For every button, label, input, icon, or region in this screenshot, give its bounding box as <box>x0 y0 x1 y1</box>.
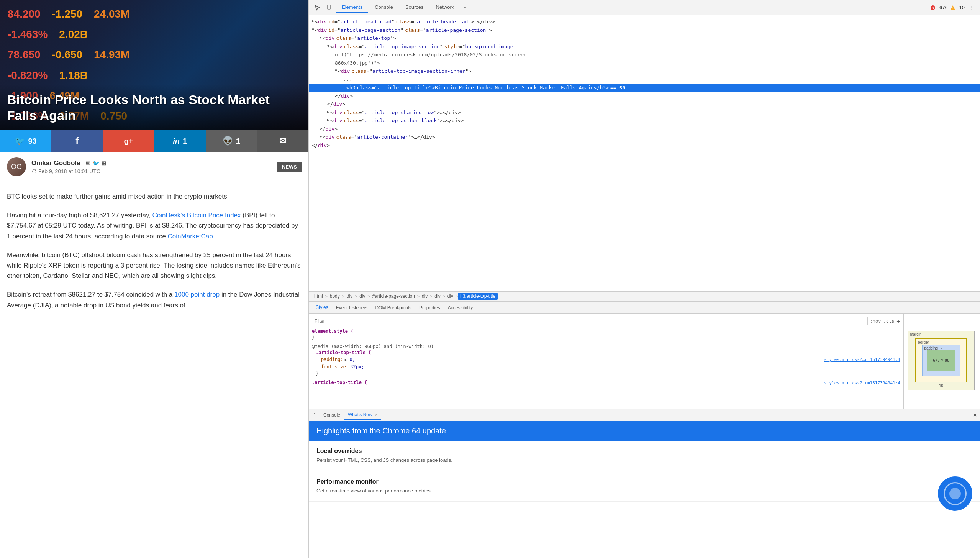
local-overrides-desc: Persist your HTML, CSS, and JS changes a… <box>316 456 972 464</box>
warning-badge: ! 10 <box>950 5 965 11</box>
tab-styles[interactable]: Styles <box>312 303 332 312</box>
expand-arrow-icon[interactable]: ▶ <box>327 109 329 115</box>
tab-event-listeners[interactable]: Event Listeners <box>332 304 372 312</box>
error-count: 676 <box>939 5 948 10</box>
styles-panel: Styles Event Listeners DOM Breakpoints P… <box>309 301 980 409</box>
tree-node[interactable]: ▶ <div class="article-container" >…</div… <box>309 133 980 141</box>
stock-val: -0.820% <box>8 69 48 82</box>
tree-node[interactable]: ▼ <div class="article-top-image-section-… <box>309 67 980 75</box>
tree-node[interactable]: ▶ <div id="article-header-ad" class="art… <box>309 18 980 26</box>
close-bottom-panel-button[interactable]: × <box>973 411 977 419</box>
expand-arrow-icon[interactable]: ▼ <box>327 43 329 49</box>
googleplus-share-button[interactable]: g+ <box>103 130 154 152</box>
performance-monitor-title: Performance monitor <box>316 478 972 485</box>
tree-node[interactable]: ▶ <div class="article-top-sharing-row" >… <box>309 108 980 117</box>
tree-node[interactable]: 860x430.jpg")"> <box>309 59 980 67</box>
article-content: BTC looks set to make further gains amid… <box>0 182 308 558</box>
expand-arrow-icon[interactable]: ▼ <box>312 26 314 32</box>
reddit-share-button[interactable]: 👽 1 <box>206 130 257 152</box>
tree-node[interactable]: ... <box>309 75 980 84</box>
breadcrumb-html[interactable]: html <box>312 293 325 300</box>
hov-hint[interactable]: :hov <box>870 318 881 324</box>
tree-node[interactable]: </div> <box>309 125 980 133</box>
device-toolbar-button[interactable] <box>324 2 335 13</box>
tab-accessibility[interactable]: Accessibility <box>444 304 477 312</box>
tab-elements[interactable]: Elements <box>336 2 368 13</box>
facebook-icon: f <box>75 136 79 146</box>
devtools-toolbar: Elements Console Sources Network » ✕ 676… <box>309 0 980 15</box>
whats-new-header-text: Highlights from the Chrome 64 update <box>316 427 446 435</box>
breadcrumb-h3[interactable]: h3.article-top-title <box>458 293 498 300</box>
styles-tabs: Styles Event Listeners DOM Breakpoints P… <box>309 302 980 314</box>
tab-console-bottom[interactable]: Console <box>320 411 344 419</box>
tree-node[interactable]: ▶ <div class="article-top" > <box>309 34 980 43</box>
tab-properties[interactable]: Properties <box>415 304 444 312</box>
expand-arrow-icon[interactable]: ▼ <box>335 67 337 73</box>
breadcrumb-body[interactable]: body <box>328 293 342 300</box>
more-tabs-button[interactable]: » <box>461 2 469 13</box>
breadcrumb-div1[interactable]: div <box>344 293 355 300</box>
bottom-panel-menu-icon[interactable]: ⋮ <box>312 412 317 418</box>
tree-node[interactable]: ▼ <div class="article-top-image-section"… <box>309 43 980 51</box>
article-top-title-selector2: .article-top-title { <box>312 380 367 385</box>
tab-console[interactable]: Console <box>369 2 398 13</box>
twitter-icon: 🐦 <box>15 136 25 146</box>
expand-arrow-icon[interactable]: ▶ <box>312 18 314 24</box>
error-badge: ✕ 676 <box>930 5 948 11</box>
style-rule-line: font-size: 32px; <box>321 363 900 371</box>
dowdrop-link[interactable]: 1000 point drop <box>174 291 220 298</box>
stock-val: 1.18B <box>59 69 88 82</box>
rss-icon[interactable]: ⊞ <box>102 160 106 166</box>
content-dimensions: 677 × 88 <box>933 358 949 363</box>
breadcrumb-div3[interactable]: div <box>420 293 430 300</box>
twitter-icon[interactable]: 🐦 <box>93 160 99 166</box>
style-source-link[interactable]: styles.min.css?…r=1517394941:4 <box>824 356 900 363</box>
close-whats-new-button[interactable]: × <box>375 412 377 417</box>
hero-title: Bitcoin Price Looks North as Stock Marke… <box>0 84 309 130</box>
style-source-link2[interactable]: styles.min.css?…r=1517394941:4 <box>824 381 900 386</box>
tab-dom-breakpoints[interactable]: DOM Breakpoints <box>371 304 415 312</box>
cls-hint[interactable]: .cls <box>883 318 894 324</box>
whats-new-header: Highlights from the Chrome 64 update <box>309 421 980 441</box>
tree-node-selected[interactable]: <h3 class="article-top-title" >Bitcoin P… <box>309 84 980 92</box>
reddit-count: 1 <box>236 137 240 146</box>
twitter-share-button[interactable]: 🐦 93 <box>0 130 51 152</box>
tree-node[interactable]: ▶ <div class="article-top-author-block" … <box>309 117 980 125</box>
breadcrumb-article-page-section[interactable]: #article-page-section <box>370 293 417 300</box>
tree-node[interactable]: </div> <box>309 100 980 108</box>
padding-box: padding - 677 × 88 - <box>922 345 960 376</box>
html-tree[interactable]: ▶ <div id="article-header-ad" class="art… <box>309 15 980 291</box>
coindesk-bpi-link[interactable]: CoinDesk's Bitcoin Price Index <box>152 212 241 219</box>
tree-node[interactable]: url("https://media.coindesk.com/uploads/… <box>309 51 980 59</box>
tree-node[interactable]: </div> <box>309 92 980 100</box>
media-query-label: @media (max-width: 960px) and (min-width… <box>312 344 900 349</box>
style-rule-line: padding: ▶ 0; styles.min.css?…r=15173949… <box>321 356 900 363</box>
coinmarketcap-link[interactable]: CoinMarketCap <box>168 233 213 240</box>
breadcrumb-div2[interactable]: div <box>357 293 367 300</box>
performance-monitor-desc: Get a real-time view of various performa… <box>316 487 972 495</box>
tree-node[interactable]: </div> <box>309 141 980 150</box>
facebook-share-button[interactable]: f <box>51 130 103 152</box>
whats-new-item-performance-monitor: Performance monitor Get a real-time view… <box>309 471 980 502</box>
email-icon[interactable]: ✉ <box>86 160 90 166</box>
box-model: margin - - - border - - - padding - <box>908 331 976 392</box>
stock-val: 14.93M <box>94 49 129 61</box>
tree-node[interactable]: ▼ <div id="article-page-section" class="… <box>309 26 980 34</box>
news-badge: NEWS <box>277 162 302 172</box>
devtools-menu-button[interactable]: ⋮ <box>966 2 977 13</box>
add-style-button[interactable]: + <box>896 318 900 325</box>
tab-network[interactable]: Network <box>431 2 460 13</box>
tab-whats-new[interactable]: What's New × <box>344 410 381 420</box>
breadcrumb-div5[interactable]: div <box>445 293 456 300</box>
tab-sources[interactable]: Sources <box>400 2 429 13</box>
email-share-button[interactable]: ✉ <box>257 130 308 152</box>
expand-arrow-icon[interactable]: ▶ <box>320 34 322 40</box>
style-value: ▶ 0; <box>345 356 355 363</box>
inspect-element-button[interactable] <box>312 2 323 13</box>
linkedin-share-button[interactable]: in 1 <box>154 130 206 152</box>
breadcrumb-div4[interactable]: div <box>432 293 442 300</box>
margin-top-value: - <box>941 332 942 336</box>
expand-arrow-icon[interactable]: ▶ <box>320 133 322 139</box>
expand-arrow-icon[interactable]: ▶ <box>327 117 329 123</box>
styles-filter-input[interactable] <box>312 317 868 325</box>
